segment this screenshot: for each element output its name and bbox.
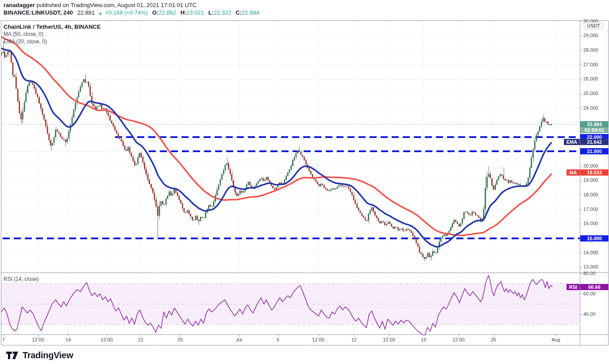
price-tick-label: 27.000 <box>583 62 598 67</box>
rsi-value-badge: 66.66 <box>580 284 609 290</box>
rsi-tick-label: 40.00 <box>583 311 596 317</box>
high-value: 23.021 <box>186 9 204 16</box>
time-tick-label: 14 <box>66 337 71 342</box>
time-tick-label: 21 <box>138 337 143 342</box>
close-label: C: <box>235 9 242 16</box>
currency-unit-button[interactable]: USDT <box>584 22 603 29</box>
time-tick-label: Jul <box>236 337 242 342</box>
change-arrow-icon: ▲ <box>98 11 103 15</box>
close-value: 22.884 <box>242 9 259 16</box>
high-label: H: <box>181 9 187 16</box>
tradingview-logo-text: TradingView <box>23 350 73 360</box>
price-tick-label: 28.000 <box>583 47 598 53</box>
price-tick-label: 16.000 <box>583 221 598 226</box>
time-tick-label: 5 <box>277 337 279 342</box>
symbol-info-bar: BINANCE:LINKUSDT, 240 22.881 ▲ +0.168 (+… <box>4 9 259 16</box>
ma-tag: MA <box>567 169 580 176</box>
ema-tag: EMA <box>564 139 580 145</box>
tradingview-logo-icon <box>6 352 19 359</box>
time-tick-label: 12:00 <box>100 337 113 342</box>
price-tick-label: 25.000 <box>583 91 598 96</box>
price-tick-label: 19.000 <box>583 177 598 183</box>
last-price-badge: 22.884 <box>580 121 609 127</box>
time-tick-label: 12 <box>351 337 357 342</box>
price-tick-label: 24.000 <box>583 105 598 111</box>
time-tick-label: 7 <box>2 337 5 342</box>
time-tick-label: 12:00 <box>383 337 395 342</box>
time-tick-label: 12:00 <box>312 337 324 342</box>
price-change: +0.168 (+0.74%) <box>105 9 148 16</box>
byline-author: ranadagger <box>4 2 35 8</box>
rsi-tick-label: 60.00 <box>583 291 596 296</box>
last-price-badge-group: 22.88402:59:01 <box>580 121 609 133</box>
symbol-name: BINANCE:LINKUSDT, 240 <box>4 9 73 16</box>
time-tick-label: 12:00 <box>32 337 44 342</box>
main-pane-legend: ChainLink / TetherUS, 4h, BINANCE MA (50… <box>4 23 100 46</box>
rsi-tick-label: 80.00 <box>583 271 596 276</box>
byline-text: published on TradingView.com, August 01,… <box>35 2 197 8</box>
ma-value-badge: 19.533 <box>580 169 609 176</box>
price-tick-label: 14.000 <box>583 250 598 255</box>
open-value: 22.862 <box>158 9 176 16</box>
time-tick-label: 12:00 <box>452 337 465 342</box>
price-tick-label: 20.000 <box>583 163 598 169</box>
rsi-tag: RSI <box>567 284 580 290</box>
last-price: 22.881 <box>77 9 95 16</box>
legend-ma-row: MA (50, close, 0) <box>4 31 100 38</box>
tradingview-published-chart: ranadagger published on TradingView.com,… <box>0 0 609 364</box>
low-label: L: <box>208 9 214 16</box>
countdown-timer: 02:59:01 <box>580 127 609 133</box>
low-value: 22.322 <box>214 9 231 16</box>
ema-value-badge: 21.642 <box>580 139 609 145</box>
price-tick-label: 29.000 <box>583 33 598 38</box>
price-tick-label: 13.000 <box>583 264 598 269</box>
rsi-pane-legend: RSI (14, close) <box>4 276 39 282</box>
chart-canvas[interactable] <box>0 0 609 364</box>
byline: ranadagger published on TradingView.com,… <box>4 2 197 8</box>
legend-symbol-title: ChainLink / TetherUS, 4h, BINANCE <box>4 23 100 31</box>
tradingview-logo[interactable]: TradingView <box>6 350 73 360</box>
time-tick-label: Aug <box>551 337 560 342</box>
legend-ema-row: EMA (20, close, 0) <box>4 38 100 46</box>
price-tick-label: 18.000 <box>583 192 598 197</box>
price-tick-label: 26.000 <box>583 76 598 81</box>
open-label: O: <box>152 9 158 16</box>
price-level-badge: 21.000 <box>580 148 609 154</box>
time-tick-label: 25 <box>177 337 183 342</box>
price-tick-label: 17.000 <box>583 207 598 212</box>
time-tick-label: 26 <box>491 337 496 342</box>
time-tick-label: 19 <box>421 337 426 342</box>
price-level-badge: 15.000 <box>580 235 609 241</box>
